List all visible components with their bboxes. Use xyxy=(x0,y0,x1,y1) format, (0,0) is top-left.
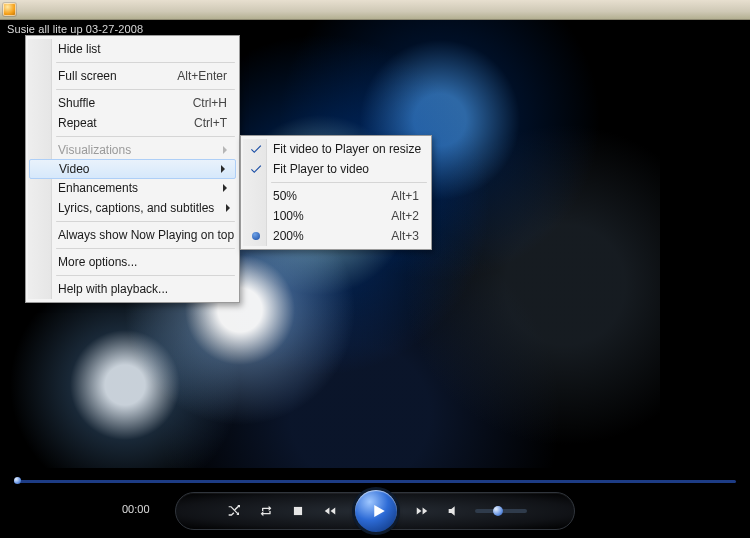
radio-icon xyxy=(252,232,260,240)
menu-item[interactable]: 200%Alt+3 xyxy=(243,226,429,246)
menu-item-label: 200% xyxy=(273,229,361,243)
menu-item-label: Fit Player to video xyxy=(273,162,419,176)
playback-controls: 00:00 xyxy=(0,478,750,538)
media-player-window: Susie all lite up 03-27-2008 Hide listFu… xyxy=(0,0,750,538)
menu-item[interactable]: Always show Now Playing on top xyxy=(28,225,237,245)
menu-item-accelerator: Ctrl+T xyxy=(194,116,227,130)
menu-item-label: Always show Now Playing on top xyxy=(58,228,234,242)
menu-item-label: Hide list xyxy=(58,42,227,56)
menu-item-label: Visualizations xyxy=(58,143,211,157)
menu-separator xyxy=(56,62,235,63)
menu-separator xyxy=(56,136,235,137)
stop-icon xyxy=(291,504,305,518)
menu-item-label: Lyrics, captions, and subtitles xyxy=(58,201,214,215)
shuffle-icon xyxy=(226,503,242,519)
submenu-arrow-icon xyxy=(223,146,227,154)
fast-forward-button[interactable] xyxy=(411,500,433,522)
menu-item[interactable]: Full screenAlt+Enter xyxy=(28,66,237,86)
menu-item[interactable]: Video xyxy=(29,159,236,179)
seek-thumb[interactable] xyxy=(14,477,21,484)
stop-button[interactable] xyxy=(287,500,309,522)
svg-rect-0 xyxy=(294,507,302,515)
menu-item[interactable]: Fit video to Player on resize xyxy=(243,139,429,159)
seek-slider[interactable] xyxy=(14,480,736,483)
menu-item: Visualizations xyxy=(28,140,237,160)
menu-item[interactable]: Lyrics, captions, and subtitles xyxy=(28,198,237,218)
menu-item[interactable]: ShuffleCtrl+H xyxy=(28,93,237,113)
menu-item[interactable]: More options... xyxy=(28,252,237,272)
now-playing-title: Susie all lite up 03-27-2008 xyxy=(7,23,143,35)
menu-item[interactable]: RepeatCtrl+T xyxy=(28,113,237,133)
volume-thumb[interactable] xyxy=(493,506,503,516)
shuffle-button[interactable] xyxy=(223,500,245,522)
rewind-icon xyxy=(323,504,337,518)
menu-separator xyxy=(56,248,235,249)
menu-item-label: 100% xyxy=(273,209,361,223)
menu-item-label: Full screen xyxy=(58,69,147,83)
rewind-button[interactable] xyxy=(319,500,341,522)
menu-item-accelerator: Alt+3 xyxy=(391,229,419,243)
check-icon xyxy=(249,162,263,176)
context-menu-video: Fit video to Player on resizeFit Player … xyxy=(240,135,432,250)
menu-item-label: Shuffle xyxy=(58,96,163,110)
wmp-app-icon xyxy=(3,3,16,16)
play-icon xyxy=(369,502,387,520)
menu-separator xyxy=(56,221,235,222)
video-letterbox-right xyxy=(660,20,750,538)
menu-item-label: More options... xyxy=(58,255,227,269)
menu-item[interactable]: 100%Alt+2 xyxy=(243,206,429,226)
speaker-icon xyxy=(446,503,462,519)
menu-item-label: Enhancements xyxy=(58,181,211,195)
mute-button[interactable] xyxy=(443,500,465,522)
menu-separator xyxy=(271,182,427,183)
check-icon xyxy=(249,142,263,156)
browser-tab-strip xyxy=(0,0,750,20)
menu-item[interactable]: 50%Alt+1 xyxy=(243,186,429,206)
menu-item-label: Video xyxy=(59,162,209,176)
menu-item-label: Repeat xyxy=(58,116,164,130)
volume-slider[interactable] xyxy=(475,509,527,513)
menu-separator xyxy=(56,89,235,90)
menu-separator xyxy=(56,275,235,276)
menu-item-label: Fit video to Player on resize xyxy=(273,142,421,156)
fast-forward-icon xyxy=(415,504,429,518)
submenu-arrow-icon xyxy=(226,204,230,212)
submenu-arrow-icon xyxy=(221,165,225,173)
repeat-button[interactable] xyxy=(255,500,277,522)
menu-item-accelerator: Alt+1 xyxy=(391,189,419,203)
repeat-icon xyxy=(258,503,274,519)
menu-item-label: Help with playback... xyxy=(58,282,227,296)
menu-item[interactable]: Enhancements xyxy=(28,178,237,198)
transport-bar: 00:00 xyxy=(175,492,575,530)
menu-item[interactable]: Help with playback... xyxy=(28,279,237,299)
play-button[interactable] xyxy=(355,490,397,532)
menu-item[interactable]: Fit Player to video xyxy=(243,159,429,179)
menu-item-accelerator: Alt+2 xyxy=(391,209,419,223)
menu-item-accelerator: Alt+Enter xyxy=(177,69,227,83)
menu-item-label: 50% xyxy=(273,189,361,203)
elapsed-time: 00:00 xyxy=(122,503,150,515)
submenu-arrow-icon xyxy=(223,184,227,192)
context-menu-main: Hide listFull screenAlt+EnterShuffleCtrl… xyxy=(25,35,240,303)
menu-item[interactable]: Hide list xyxy=(28,39,237,59)
menu-item-accelerator: Ctrl+H xyxy=(193,96,227,110)
